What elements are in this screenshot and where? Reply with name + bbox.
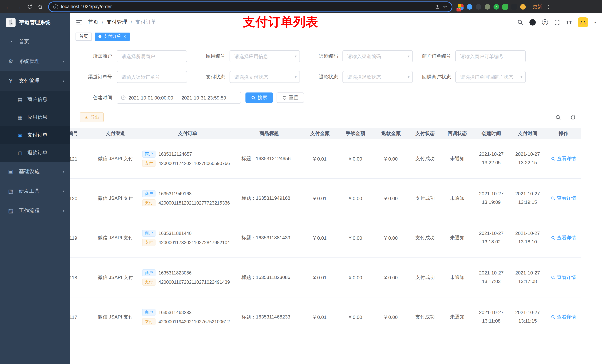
sidebar-item-label: 商户信息 bbox=[27, 96, 47, 103]
pay-order-cell: 商户1635311949168 支付4200001181202110277723… bbox=[139, 188, 236, 209]
tab-pay-order[interactable]: 支付订单 × bbox=[95, 32, 130, 41]
sidebar-item-label: 应用信息 bbox=[27, 114, 47, 121]
breadcrumb-section[interactable]: 支付管理 bbox=[107, 19, 127, 26]
pay-channel: 微信 JSAPI 支付 bbox=[92, 274, 139, 281]
extension-icon[interactable] bbox=[520, 4, 526, 10]
extension-icon[interactable] bbox=[476, 4, 481, 10]
sidebar-item-workflow[interactable]: ▨ 工作流程 ▾ bbox=[0, 201, 70, 220]
forward-icon[interactable]: → bbox=[15, 3, 22, 10]
address-bar[interactable]: i localhost:1024/pay/order ☆ bbox=[49, 2, 452, 11]
bookmark-star-icon[interactable]: ☆ bbox=[443, 4, 447, 10]
tab-home[interactable]: 首页 bbox=[75, 32, 92, 41]
back-icon[interactable]: ← bbox=[4, 3, 12, 10]
notify-status: 未通知 bbox=[441, 235, 473, 241]
extension-icon[interactable]: ✓ bbox=[494, 4, 499, 10]
font-size-icon[interactable]: TT bbox=[566, 19, 572, 25]
workflow-icon: ▨ bbox=[7, 207, 14, 214]
table-toolbar: 导出 bbox=[80, 113, 598, 122]
share-icon[interactable] bbox=[435, 4, 440, 9]
app-logo[interactable]: 芋道管理系统 bbox=[0, 13, 70, 32]
refresh-table-icon[interactable] bbox=[568, 113, 578, 122]
fullscreen-icon[interactable] bbox=[554, 20, 559, 25]
monitor-icon: ▣ bbox=[7, 168, 14, 175]
view-detail-link[interactable]: 查看详情 bbox=[551, 274, 576, 281]
sidebar-item-system[interactable]: ⚙ 系统管理 ▾ bbox=[0, 52, 70, 71]
search-icon[interactable] bbox=[517, 19, 523, 25]
refund-amount: ¥ 0.00 bbox=[373, 275, 409, 280]
pay-status: 支付成功 bbox=[409, 274, 441, 281]
sidebar-item-label: 基础设施 bbox=[19, 168, 40, 175]
extension-icon[interactable] bbox=[502, 4, 508, 10]
extension-icon[interactable] bbox=[467, 4, 473, 10]
refund-status-filter[interactable]: ▾ bbox=[343, 71, 413, 83]
channel-pay-no: 4200001173202110272847982104 bbox=[159, 240, 230, 245]
app-title: 芋道管理系统 bbox=[19, 19, 50, 26]
channel-code-filter[interactable]: ▾ bbox=[343, 50, 413, 62]
refresh-icon[interactable] bbox=[26, 4, 33, 9]
home-icon[interactable] bbox=[37, 4, 44, 9]
col-header-title: 商品标题 bbox=[236, 130, 302, 137]
merchant-order-no-filter[interactable] bbox=[455, 50, 526, 62]
breadcrumb: 首页 / 支付管理 / 支付订单 bbox=[88, 19, 156, 26]
date-end: 2021-10-31 23:59:59 bbox=[182, 95, 226, 100]
app-no-filter[interactable]: ▾ bbox=[230, 50, 300, 62]
breadcrumb-home[interactable]: 首页 bbox=[88, 19, 98, 26]
sidebar-item-pay-order[interactable]: ◉ 支付订单 bbox=[0, 126, 70, 144]
pay-status: 支付成功 bbox=[409, 314, 441, 320]
channel-code-select[interactable] bbox=[343, 50, 413, 62]
pay-tag: 支付 bbox=[142, 160, 155, 167]
page-annotation: 支付订单列表 bbox=[243, 14, 318, 31]
search-button[interactable]: 搜索 bbox=[246, 93, 273, 103]
update-button[interactable]: 更新 bbox=[533, 3, 542, 10]
sidebar-item-infrastructure[interactable]: ▣ 基础设施 ▾ bbox=[0, 162, 70, 181]
breadcrumb-separator: / bbox=[102, 19, 103, 25]
create-time-range-picker[interactable]: 2021-10-01 00:00:00 - 2021-10-31 23:59:5… bbox=[117, 92, 241, 104]
channel-order-no-filter[interactable] bbox=[117, 71, 187, 83]
site-info-icon[interactable]: i bbox=[53, 4, 58, 9]
browser-menu-icon[interactable]: ⋮ bbox=[546, 4, 551, 10]
callback-status-select[interactable] bbox=[455, 71, 526, 83]
extension-icon[interactable] bbox=[511, 4, 517, 10]
view-detail-link[interactable]: 查看详情 bbox=[551, 314, 576, 320]
col-header-actions: 操作 bbox=[546, 130, 581, 137]
export-button[interactable]: 导出 bbox=[80, 113, 104, 122]
sidebar-item-dev-tools[interactable]: ▧ 研发工具 ▾ bbox=[0, 181, 70, 201]
owner-merchant-input[interactable] bbox=[117, 50, 187, 62]
view-detail-link[interactable]: 查看详情 bbox=[551, 155, 576, 162]
pay-status-filter[interactable]: ▾ bbox=[230, 71, 300, 83]
sidebar-toggle-icon[interactable] bbox=[70, 13, 85, 31]
tags-view: 首页 支付订单 × bbox=[70, 31, 602, 42]
col-header-fee: 手续金额 bbox=[338, 130, 373, 137]
sidebar-item-home[interactable]: ◔ 首页 bbox=[0, 32, 70, 52]
sidebar-item-refund-order[interactable]: ▢ 退款订单 bbox=[0, 144, 70, 162]
view-detail-link[interactable]: 查看详情 bbox=[551, 235, 576, 241]
chevron-up-icon: ▴ bbox=[63, 79, 64, 83]
hide-search-icon[interactable] bbox=[553, 113, 563, 122]
chevron-down-icon: ▾ bbox=[63, 189, 64, 193]
url-text[interactable]: localhost:1024/pay/order bbox=[61, 4, 432, 9]
dashboard-icon: ◔ bbox=[7, 39, 14, 45]
refund-amount: ¥ 0.00 bbox=[373, 196, 409, 201]
extension-icon[interactable] bbox=[485, 4, 490, 10]
github-icon[interactable] bbox=[529, 19, 536, 25]
avatar[interactable] bbox=[578, 17, 588, 27]
channel-pay-no: 4200001194202110276752100612 bbox=[159, 319, 230, 324]
sidebar-item-app-info[interactable]: ▦ 应用信息 bbox=[0, 108, 70, 126]
sidebar-item-merchant-info[interactable]: ▤ 商户信息 bbox=[0, 91, 70, 108]
chevron-down-icon: ▾ bbox=[63, 209, 64, 213]
close-icon[interactable]: × bbox=[123, 34, 126, 39]
callback-status-filter[interactable]: ▾ bbox=[455, 71, 526, 83]
caret-down-icon[interactable]: ▾ bbox=[594, 20, 596, 24]
pay-status-select[interactable] bbox=[230, 71, 300, 83]
app-no-select[interactable] bbox=[230, 50, 300, 62]
merchant-order-no-input[interactable] bbox=[455, 50, 526, 62]
sidebar-item-payment[interactable]: ¥ 支付管理 ▴ bbox=[0, 71, 70, 91]
reset-button[interactable]: 重置 bbox=[277, 93, 304, 103]
view-detail-link[interactable]: 查看详情 bbox=[551, 195, 576, 202]
sidebar-item-label: 支付管理 bbox=[19, 77, 40, 84]
extension-icon[interactable]: 10 bbox=[458, 4, 463, 10]
question-icon[interactable]: ? bbox=[542, 19, 548, 25]
channel-order-no-input[interactable] bbox=[117, 71, 187, 83]
owner-merchant-filter[interactable] bbox=[117, 50, 187, 62]
refund-status-select[interactable] bbox=[343, 71, 413, 83]
